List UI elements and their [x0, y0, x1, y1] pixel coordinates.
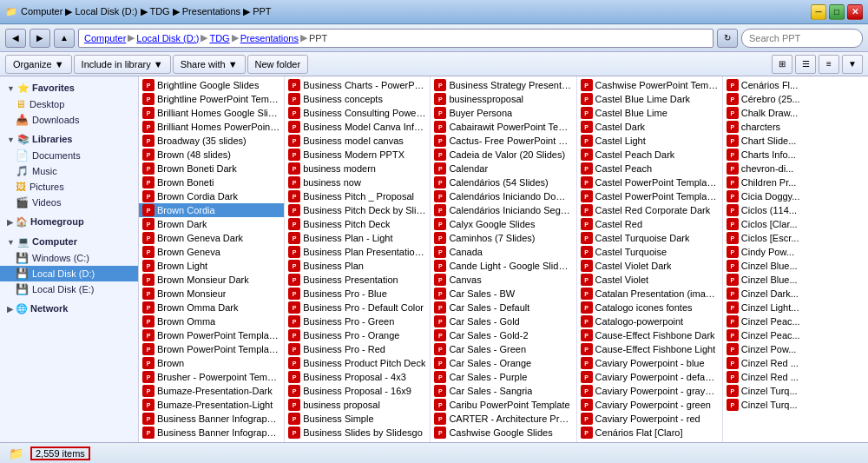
list-item[interactable]: PBusiness Proposal - 4x3: [285, 370, 430, 384]
list-item[interactable]: PBrown Light: [139, 259, 284, 273]
list-item[interactable]: PBrilliant Homes PowerPoint Template: [139, 120, 284, 134]
list-item[interactable]: PCastel Peach Dark: [577, 148, 722, 162]
list-item[interactable]: PBrown Dark: [139, 217, 284, 231]
sidebar-item-local-d[interactable]: 💾 Local Disk (D:): [0, 266, 138, 281]
list-item[interactable]: PCastel Light: [577, 134, 722, 148]
list-item[interactable]: PCadeia de Valor (20 Slides): [431, 148, 575, 162]
list-item[interactable]: PCastel Red: [577, 217, 722, 231]
sidebar-item-desktop[interactable]: 🖥 Desktop: [0, 96, 138, 112]
list-item[interactable]: PBusiness Banner Infographics Dark: [139, 412, 284, 426]
list-item[interactable]: PCanada: [431, 245, 575, 259]
list-item[interactable]: Pbusiness now: [285, 175, 430, 189]
sidebar-item-videos[interactable]: 🎬 Videos: [0, 195, 138, 210]
list-item[interactable]: PBrusher - Powerpoint Template: [139, 370, 284, 384]
bc-tdg[interactable]: TDG: [209, 33, 229, 43]
list-item[interactable]: PCiclos [Escr...: [723, 231, 868, 245]
list-item[interactable]: PCalendários (54 Slides): [431, 175, 575, 189]
list-item[interactable]: PBumaze-Presentation-Dark: [139, 384, 284, 398]
list-item[interactable]: PBroadway (35 slides): [139, 134, 284, 148]
list-item[interactable]: PCinzel Blue...: [723, 259, 868, 273]
search-input[interactable]: [741, 29, 863, 48]
list-item[interactable]: PCalyx Google Slides: [431, 217, 575, 231]
list-item[interactable]: PCinzel Turq...: [723, 398, 868, 412]
list-item[interactable]: PCinzel Pow...: [723, 342, 868, 356]
list-item[interactable]: PCar Sales - Gold-2: [431, 328, 575, 342]
list-item[interactable]: PBrilliant Homes Google Slides: [139, 106, 284, 120]
list-item[interactable]: PCashwise Google Slides: [431, 426, 575, 440]
refresh-button[interactable]: ↻: [717, 29, 738, 48]
list-item[interactable]: PCindy Pow...: [723, 245, 868, 259]
list-item[interactable]: PBrown PowerPoint Template Light: [139, 342, 284, 356]
back-button[interactable]: ◀: [5, 29, 26, 48]
list-item[interactable]: PBrown (48 slides): [139, 148, 284, 162]
list-item[interactable]: PCar Sales - Sangria: [431, 384, 575, 398]
list-item[interactable]: PBusiness Model Canva Infographics: [285, 120, 430, 134]
list-item[interactable]: PBusiness Plan: [285, 259, 430, 273]
list-item[interactable]: PCalendar: [431, 162, 575, 175]
list-item[interactable]: Pchevron-di...: [723, 162, 868, 175]
list-item[interactable]: PBusiness Slides by Slidesgo: [285, 426, 430, 440]
list-item[interactable]: PCande Light - Google Slides Template: [431, 259, 575, 273]
list-item[interactable]: PCaviary Powerpoint - green: [577, 398, 722, 412]
view-list[interactable]: ☰: [795, 55, 816, 74]
breadcrumb[interactable]: Computer ▶ Local Disk (D:) ▶ TDG ▶ Prese…: [78, 29, 713, 48]
list-item[interactable]: PCastel Turquoise: [577, 245, 722, 259]
list-item[interactable]: PCinzel Peac...: [723, 314, 868, 328]
list-item[interactable]: PBusiness Modern PPTX: [285, 148, 430, 162]
list-item[interactable]: PCharts Info...: [723, 148, 868, 162]
list-item[interactable]: PCastel Blue Lime: [577, 106, 722, 120]
list-item[interactable]: PChalk Draw...: [723, 106, 868, 120]
sidebar-item-music[interactable]: 🎵 Music: [0, 163, 138, 179]
list-item[interactable]: PBrown Cordia: [139, 203, 284, 217]
bc-presentations[interactable]: Presentations: [240, 33, 299, 43]
list-item[interactable]: PCar Sales - Gold: [431, 314, 575, 328]
list-item[interactable]: PCactus- Free PowerPoint Template- Keyno…: [431, 134, 575, 148]
sidebar-item-downloads[interactable]: 📥 Downloads: [0, 112, 138, 128]
list-item[interactable]: PBusiness Plan Presentation _ Pitch: [285, 245, 430, 259]
list-item[interactable]: PCaviary Powerpoint - default color: [577, 370, 722, 384]
list-item[interactable]: PBusiness Consulting Powerpoint: [285, 106, 430, 120]
list-item[interactable]: PCenários Fl...: [723, 78, 868, 92]
list-item[interactable]: PCinzel Blue...: [723, 273, 868, 287]
network-header[interactable]: ▶ 🌐 Network: [0, 301, 138, 317]
list-item[interactable]: PCaribu PowerPoint Template: [431, 398, 575, 412]
list-item[interactable]: PCaminhos (7 Slides): [431, 231, 575, 245]
list-item[interactable]: PCARTER - Architecture Presentation Desi…: [431, 412, 575, 426]
list-item[interactable]: Pbusinessproposal: [431, 92, 575, 106]
bc-computer[interactable]: Computer: [84, 33, 126, 43]
list-item[interactable]: PChildren Pr...: [723, 175, 868, 189]
list-item[interactable]: PCastel Dark: [577, 120, 722, 134]
list-item[interactable]: PChart Slide...: [723, 134, 868, 148]
list-item[interactable]: PCiclos (114...: [723, 203, 868, 217]
list-item[interactable]: PBusiness Simple: [285, 412, 430, 426]
list-item[interactable]: PCenários Flat [Claro]: [577, 426, 722, 440]
list-item[interactable]: PCabairawit PowerPoint Template: [431, 120, 575, 134]
close-button[interactable]: ✕: [847, 4, 863, 20]
view-details[interactable]: ≡: [819, 55, 839, 74]
list-item[interactable]: PCinzel Light...: [723, 301, 868, 314]
list-item[interactable]: PBrightline Google Slides: [139, 78, 284, 92]
list-item[interactable]: PCinzel Dark...: [723, 287, 868, 301]
list-item[interactable]: PBumaze-Presentation-Light: [139, 398, 284, 412]
list-item[interactable]: PBrown Geneva Dark: [139, 231, 284, 245]
list-item[interactable]: PBusiness Proposal - 16x9: [285, 384, 430, 398]
list-item[interactable]: Pbusiness modern: [285, 162, 430, 175]
list-item[interactable]: PCatalan Presentation (image not include…: [577, 287, 722, 301]
list-item[interactable]: PCastel PowerPoint Template Dark: [577, 175, 722, 189]
list-item[interactable]: PBusiness Presentation: [285, 273, 430, 287]
list-item[interactable]: PCalendários Iniciando Segunda-feira (69…: [431, 203, 575, 217]
favorites-header[interactable]: ▼ ⭐ Favorites: [0, 80, 138, 96]
list-item[interactable]: PCause-Effect Fishbone Dark: [577, 328, 722, 342]
list-item[interactable]: PBusiness Pro - Blue: [285, 287, 430, 301]
list-item[interactable]: PBusiness concepts: [285, 92, 430, 106]
list-item[interactable]: Pcharcters: [723, 120, 868, 134]
list-item[interactable]: PCastel Red Corporate Dark: [577, 203, 722, 217]
list-item[interactable]: PBrown Boneti: [139, 175, 284, 189]
list-item[interactable]: PBrown Omma: [139, 314, 284, 328]
list-item[interactable]: PCastel Violet Dark: [577, 259, 722, 273]
list-item[interactable]: PCar Sales - Purple: [431, 370, 575, 384]
list-item[interactable]: PCar Sales - Green: [431, 342, 575, 356]
list-item[interactable]: PCinzel Red ...: [723, 356, 868, 370]
list-item[interactable]: PBrown Monsieur: [139, 287, 284, 301]
list-item[interactable]: PBrightline PowerPoint Template: [139, 92, 284, 106]
